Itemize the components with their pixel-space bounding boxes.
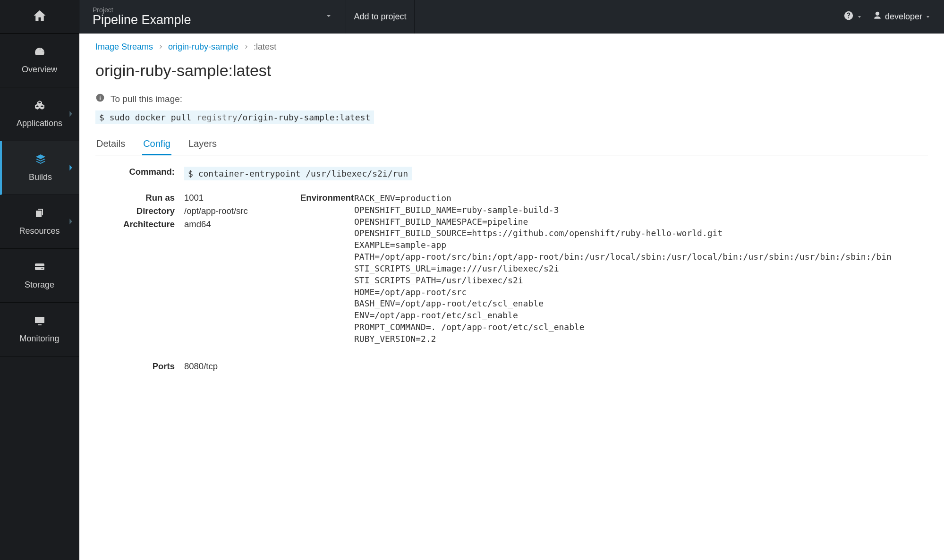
env-line: STI_SCRIPTS_PATH=/usr/libexec/s2i (354, 275, 928, 287)
help-icon (843, 10, 854, 23)
home-icon (33, 8, 47, 25)
tabs: Details Config Layers (95, 136, 928, 155)
env-line: BASH_ENV=/opt/app-root/etc/scl_enable (354, 298, 928, 310)
chevron-right-icon (68, 217, 73, 227)
sidebar-item-label: Builds (29, 172, 52, 182)
sidebar-home[interactable] (0, 0, 79, 34)
project-name: Pipeline Example (93, 13, 325, 27)
env-line: ENV=/opt/app-root/etc/scl_enable (354, 310, 928, 322)
architecture-value: amd64 (184, 219, 289, 229)
directory-value: /opt/app-root/src (184, 206, 289, 216)
topbar: Project Pipeline Example Add to project … (79, 0, 944, 34)
env-line: STI_SCRIPTS_URL=image:///usr/libexec/s2i (354, 263, 928, 275)
environment-label: Environment (300, 193, 354, 203)
env-line: EXAMPLE=sample-app (354, 239, 928, 251)
runas-label: Run as (95, 193, 184, 203)
tab-layers[interactable]: Layers (187, 136, 218, 155)
copy-icon (4, 207, 75, 221)
sidebar-item-builds[interactable]: Builds (0, 141, 79, 195)
env-line: OPENSHIFT_BUILD_NAME=ruby-sample-build-3 (354, 204, 928, 216)
sidebar-item-label: Storage (25, 280, 54, 289)
help-menu[interactable] (843, 10, 862, 23)
env-line: HOME=/opt/app-root/src (354, 287, 928, 298)
sidebar-item-resources[interactable]: Resources (0, 195, 79, 249)
chevron-down-icon (857, 12, 862, 22)
layers-icon (6, 153, 75, 167)
env-line: OPENSHIFT_BUILD_NAMESPACE=pipeline (354, 216, 928, 228)
env-line: PROMPT_COMMAND=. /opt/app-root/etc/scl_e… (354, 322, 928, 333)
env-line: RUBY_VERSION=2.2 (354, 333, 928, 345)
sidebar: Overview Applications Builds Resources S… (0, 0, 79, 560)
architecture-label: Architecture (95, 219, 184, 229)
config-panel: Command: $ container-entrypoint /usr/lib… (95, 167, 928, 372)
user-menu[interactable]: developer (873, 11, 931, 23)
chevron-right-icon (68, 109, 73, 119)
sidebar-item-storage[interactable]: Storage (0, 249, 79, 303)
pull-hint-text: To pull this image: (111, 94, 182, 104)
sidebar-item-overview[interactable]: Overview (0, 34, 79, 87)
chevron-right-icon (68, 163, 73, 173)
ports-label: Ports (95, 361, 184, 372)
breadcrumb-current: :latest (254, 42, 276, 52)
main: Project Pipeline Example Add to project … (79, 0, 944, 560)
chevron-down-icon (925, 12, 931, 22)
command-value: $ container-entrypoint /usr/libexec/s2i/… (184, 167, 412, 180)
breadcrumb-separator-icon (158, 42, 163, 52)
content: Image Streams origin-ruby-sample :latest… (79, 34, 944, 560)
runas-value: 1001 (184, 193, 289, 203)
directory-label: Directory (95, 206, 184, 216)
breadcrumb: Image Streams origin-ruby-sample :latest (95, 42, 928, 52)
sidebar-item-label: Applications (17, 119, 62, 128)
breadcrumb-imagestreams[interactable]: Image Streams (95, 42, 153, 52)
pull-hint-block: To pull this image: $ sudo docker pull r… (95, 93, 928, 124)
sidebar-item-applications[interactable]: Applications (0, 87, 79, 141)
command-label: Command: (95, 167, 184, 177)
add-to-project-button[interactable]: Add to project (346, 0, 415, 34)
page-title: origin-ruby-sample:latest (95, 61, 928, 80)
hdd-icon (4, 261, 75, 275)
env-line: OPENSHIFT_BUILD_SOURCE=https://github.co… (354, 228, 928, 239)
dashboard-icon (4, 46, 75, 59)
tab-details[interactable]: Details (95, 136, 126, 155)
environment-values: RACK_ENV=productionOPENSHIFT_BUILD_NAME=… (354, 193, 928, 345)
breadcrumb-stream[interactable]: origin-ruby-sample (168, 42, 238, 52)
chevron-down-icon (325, 12, 332, 22)
pull-command: $ sudo docker pull registry/origin-ruby-… (95, 110, 374, 124)
cubes-icon (4, 100, 75, 113)
sidebar-item-label: Overview (22, 65, 57, 74)
sidebar-item-monitoring[interactable]: Monitoring (0, 303, 79, 356)
user-icon (873, 11, 882, 23)
sidebar-item-label: Resources (19, 226, 60, 236)
info-icon (95, 93, 105, 105)
tab-config[interactable]: Config (142, 136, 171, 155)
sidebar-item-label: Monitoring (19, 334, 59, 343)
monitor-icon (4, 315, 75, 329)
env-line: RACK_ENV=production (354, 193, 928, 204)
user-name: developer (885, 12, 922, 22)
breadcrumb-separator-icon (243, 42, 249, 52)
env-line: PATH=/opt/app-root/src/bin:/opt/app-root… (354, 251, 928, 263)
project-selector[interactable]: Project Pipeline Example (79, 0, 346, 34)
ports-value: 8080/tcp (184, 361, 928, 372)
